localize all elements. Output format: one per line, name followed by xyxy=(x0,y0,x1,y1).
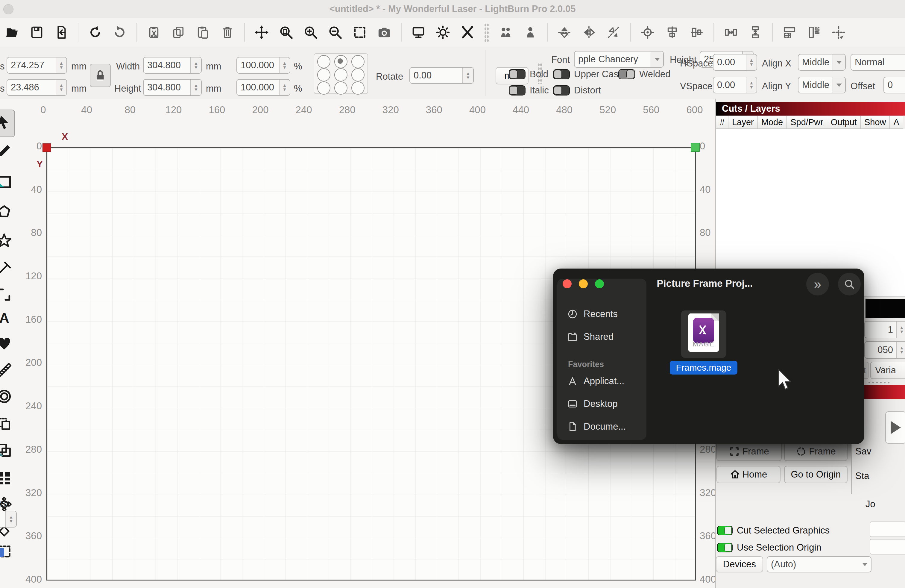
height-field[interactable]: 304.800▲▼ xyxy=(143,79,202,96)
open-file-icon[interactable] xyxy=(4,23,20,41)
finder-window[interactable]: Picture Frame Proj... » Recents Shared F… xyxy=(553,269,864,444)
xpos-spinner[interactable]: ▲▼ xyxy=(56,57,67,73)
flip-horizontal-icon[interactable] xyxy=(581,23,597,41)
circle-offset-tool-icon[interactable] xyxy=(0,389,12,404)
redo-icon[interactable] xyxy=(112,23,127,41)
device-select[interactable]: (Auto) xyxy=(767,556,872,572)
polygon-tool-icon[interactable] xyxy=(0,204,12,220)
rectangle-tool-icon[interactable] xyxy=(0,174,12,190)
laser-panel-header[interactable] xyxy=(864,385,905,399)
cuts-layers-header[interactable]: Cuts / Layers xyxy=(716,102,905,116)
column-header[interactable]: # xyxy=(716,116,729,129)
shape-tool-icon[interactable] xyxy=(0,336,12,351)
distort-toggle[interactable] xyxy=(553,85,570,95)
use-origin-toggle[interactable] xyxy=(717,543,733,552)
star-tool-icon[interactable] xyxy=(0,233,12,248)
aligny-combo-arrow[interactable] xyxy=(833,77,845,93)
goto-origin-button[interactable]: Go to Origin xyxy=(784,466,848,483)
sidebar-item-desktop[interactable]: Desktop xyxy=(567,399,618,409)
draw-lines-tool-icon[interactable] xyxy=(0,143,12,159)
device-settings-icon[interactable] xyxy=(435,23,451,41)
column-header[interactable]: Mode xyxy=(758,116,787,129)
anchor-mid-center[interactable] xyxy=(334,68,348,81)
more-options-button[interactable]: » xyxy=(806,273,829,296)
distribute-vertical-icon[interactable] xyxy=(748,23,763,41)
device-select-arrow[interactable] xyxy=(859,557,871,572)
grid-array-tool-icon[interactable] xyxy=(0,470,12,486)
radius-field[interactable]: ▲▼ xyxy=(0,511,17,528)
variable-text-button[interactable]: Varia xyxy=(870,362,905,379)
make-same-height-icon[interactable] xyxy=(806,23,822,41)
devices-button[interactable]: Devices xyxy=(716,556,763,572)
anchor-bot-left[interactable] xyxy=(317,81,330,95)
font-combo-arrow[interactable] xyxy=(651,51,663,67)
width-field[interactable]: 304.800▲▼ xyxy=(143,57,202,74)
save-icon[interactable] xyxy=(29,23,44,41)
sidebar-item-applications[interactable]: Applicat... xyxy=(567,376,624,386)
mirror-diagonal-icon[interactable] xyxy=(606,23,621,41)
ypos-field[interactable]: 23.486▲▼ xyxy=(6,79,67,96)
weld-tool-icon[interactable] xyxy=(0,442,12,458)
close-button[interactable] xyxy=(563,279,572,288)
alignx-combo-arrow[interactable] xyxy=(833,54,845,70)
passes-field[interactable]: 1▲▼ xyxy=(864,321,905,338)
zoom-in-icon[interactable] xyxy=(303,23,318,41)
set-origin-icon[interactable] xyxy=(640,23,656,41)
anchor-point-selector[interactable] xyxy=(314,53,368,94)
hspace-field[interactable]: 0.00▲▼ xyxy=(713,54,757,71)
start-button-clipped[interactable]: Sta xyxy=(855,470,869,482)
anchor-top-right[interactable] xyxy=(351,55,365,68)
sidebar-item-documents[interactable]: Docume... xyxy=(567,421,626,432)
pan-move-icon[interactable] xyxy=(254,23,269,41)
paste-icon[interactable] xyxy=(195,23,211,41)
toolbar-drag-handle[interactable] xyxy=(484,23,489,41)
edit-nodes-tool-icon[interactable] xyxy=(0,261,12,276)
distribute-horizontal-icon[interactable] xyxy=(723,23,738,41)
ypos-spinner[interactable]: ▲▼ xyxy=(56,79,67,95)
aligny-combo[interactable]: Middle xyxy=(798,77,846,94)
undo-icon[interactable] xyxy=(87,23,103,41)
lock-aspect-button[interactable] xyxy=(90,64,111,87)
passes-spinner[interactable]: ▲▼ xyxy=(896,321,905,338)
group-icon[interactable] xyxy=(498,23,514,41)
camera-capture-icon[interactable] xyxy=(376,23,392,41)
text-tool-icon[interactable]: A xyxy=(0,310,12,326)
minimize-button[interactable] xyxy=(579,279,588,288)
italic-toggle[interactable] xyxy=(509,85,526,95)
make-same-width-icon[interactable] xyxy=(782,23,797,41)
font-combo[interactable]: pple Chancery xyxy=(574,51,664,68)
zoom-out-icon[interactable] xyxy=(327,23,343,41)
anchor-mid-left[interactable] xyxy=(317,68,330,81)
frame-circle-button[interactable]: Frame xyxy=(784,442,848,461)
alignx-combo[interactable]: Middle xyxy=(798,54,846,71)
anchor-mid-right[interactable] xyxy=(351,68,365,81)
sidebar-item-recents[interactable]: Recents xyxy=(567,309,618,319)
align-horizontal-icon[interactable] xyxy=(689,23,705,41)
clipped-field-2[interactable] xyxy=(870,539,905,555)
clipped-tool-icon[interactable] xyxy=(0,548,4,557)
uppercase-toggle[interactable] xyxy=(553,69,570,79)
style-combo[interactable]: Normal xyxy=(851,54,905,71)
primitive-tool-icon[interactable] xyxy=(0,287,12,302)
height-percent-field[interactable]: 100.000▲▼ xyxy=(237,79,290,96)
home-button[interactable]: Home xyxy=(716,466,781,483)
ungroup-icon[interactable] xyxy=(522,23,538,41)
column-header[interactable]: A xyxy=(890,116,903,129)
select-rectangle-icon[interactable] xyxy=(352,23,367,41)
clipped-field-1[interactable] xyxy=(870,521,905,537)
measure-tool-icon[interactable] xyxy=(0,362,12,378)
column-header[interactable]: Layer xyxy=(729,116,758,129)
cut-selected-toggle[interactable] xyxy=(717,526,733,535)
anchor-bot-center[interactable] xyxy=(334,81,348,95)
select-tool-icon[interactable] xyxy=(0,114,12,130)
move-to-position-icon[interactable] xyxy=(831,23,846,41)
rotate-field[interactable]: 0.00▲▼ xyxy=(410,67,474,84)
anchor-bot-right[interactable] xyxy=(351,81,365,95)
column-header[interactable]: Spd/Pwr xyxy=(787,116,827,129)
selected-file-name[interactable]: Frames.mage xyxy=(670,361,737,375)
zoom-button[interactable] xyxy=(595,279,604,288)
start-button[interactable] xyxy=(885,412,905,444)
zoom-to-page-icon[interactable] xyxy=(278,23,294,41)
delete-icon[interactable] xyxy=(220,23,235,41)
xpos-field[interactable]: 274.257▲▼ xyxy=(6,57,67,74)
